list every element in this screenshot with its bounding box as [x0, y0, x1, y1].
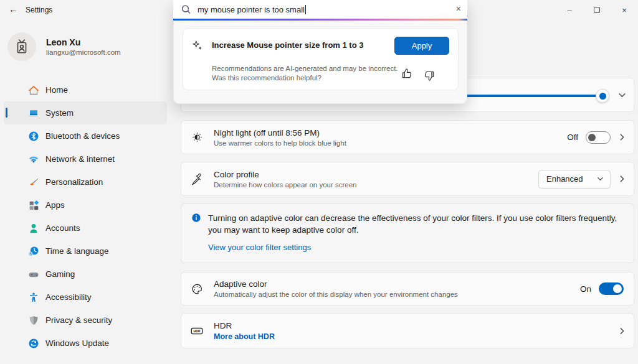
settings-window: ← Settings – × Leon Xu liangxu@microsoft… — [0, 0, 638, 364]
chevron-right-icon[interactable] — [618, 327, 626, 335]
user-email: liangxu@microsoft.com — [46, 49, 121, 56]
chevron-right-icon[interactable] — [618, 175, 626, 183]
time-language-icon — [27, 245, 39, 257]
toggle-knob — [613, 284, 622, 293]
search-bar[interactable]: my mouse pointer is too small × — [173, 0, 467, 19]
hdr-title: HDR — [214, 321, 275, 330]
badge-icon — [14, 39, 30, 55]
adaptive-color-toggle[interactable] — [599, 282, 624, 295]
thumbs-down-icon[interactable] — [423, 70, 436, 82]
hdr-icon: HDR — [190, 324, 204, 338]
sidebar-item-system[interactable]: System — [4, 101, 167, 124]
eyedropper-icon — [190, 172, 204, 186]
recommendation-card: Increase Mouse pointer size from 1 to 3 … — [183, 28, 459, 90]
sidebar-nav: Home System Bluetooth & devices Network … — [4, 78, 167, 355]
color-profile-row[interactable]: Color profile Determine how colors appea… — [181, 162, 634, 196]
accounts-icon — [27, 222, 39, 234]
palette-icon — [190, 282, 204, 296]
recommendation-disclaimer: Recommendations are AI-generated and may… — [212, 64, 411, 83]
chevron-down-icon — [597, 175, 604, 182]
network-icon — [27, 153, 39, 165]
search-gradient-underline — [173, 19, 467, 21]
sidebar-item-apps[interactable]: Apps — [4, 194, 167, 217]
sidebar-label: Accessibility — [45, 292, 92, 302]
hdr-row[interactable]: HDR HDR More about HDR — [181, 313, 634, 348]
sidebar-item-gaming[interactable]: Gaming — [4, 263, 167, 286]
user-profile[interactable]: Leon Xu liangxu@microsoft.com — [7, 32, 121, 61]
sidebar-label: Privacy & security — [45, 315, 112, 325]
maximize-icon — [594, 7, 600, 13]
gaming-icon — [27, 268, 39, 280]
apps-icon — [27, 199, 39, 211]
svg-text:HDR: HDR — [193, 329, 200, 333]
brightness-slider-thumb[interactable] — [596, 89, 609, 103]
adaptive-color-notice: Turning on adaptive color can decrease t… — [181, 203, 634, 263]
dropdown-value: Enhanced — [546, 174, 583, 184]
sidebar-label: Windows Update — [45, 338, 109, 348]
sidebar-item-network-internet[interactable]: Network & internet — [4, 147, 167, 170]
sidebar-label: Apps — [45, 200, 65, 210]
thumbs-up-icon[interactable] — [401, 67, 413, 80]
sidebar-label: System — [45, 108, 74, 118]
avatar — [7, 32, 36, 61]
back-button[interactable]: ← — [9, 4, 18, 14]
close-button[interactable]: × — [611, 0, 638, 20]
color-filter-settings-link[interactable]: View your color filter settings — [208, 243, 311, 252]
sidebar-item-personalization[interactable]: Personalization — [4, 170, 167, 194]
color-profile-subtitle: Determine how colors appear on your scre… — [214, 181, 356, 189]
night-light-subtitle: Use warmer colors to help block blue lig… — [214, 139, 346, 147]
notice-text: Turning on adaptive color can decrease t… — [208, 212, 619, 236]
maximize-button[interactable] — [583, 0, 611, 20]
info-icon — [191, 213, 201, 223]
system-icon — [27, 107, 39, 119]
ai-sparkle-icon — [192, 40, 203, 51]
minimize-button[interactable]: – — [556, 0, 583, 20]
toggle-knob — [588, 134, 596, 141]
sidebar-item-time-language[interactable]: Time & language — [4, 240, 167, 263]
night-light-icon — [190, 131, 204, 144]
sidebar-label: Network & internet — [45, 154, 115, 164]
windows-update-icon — [27, 337, 39, 349]
text-caret — [305, 5, 306, 14]
adaptive-color-toggle-label: On — [580, 284, 591, 294]
sidebar-label: Time & language — [45, 246, 109, 256]
chevron-right-icon[interactable] — [618, 133, 626, 141]
more-about-hdr-link[interactable]: More about HDR — [214, 332, 275, 341]
privacy-security-icon — [27, 314, 39, 326]
bluetooth-icon — [27, 130, 39, 142]
search-icon — [181, 4, 191, 15]
adaptive-color-row: Adaptive color Automatically adjust the … — [181, 272, 634, 306]
sidebar-label: Accounts — [45, 223, 80, 233]
accessibility-icon — [27, 291, 39, 303]
color-profile-title: Color profile — [214, 170, 356, 179]
window-title: Settings — [26, 6, 52, 14]
night-light-title: Night light (off until 8:56 PM) — [214, 128, 346, 138]
night-light-toggle-label: Off — [567, 133, 578, 142]
sidebar-item-home[interactable]: Home — [4, 78, 167, 101]
apply-button[interactable]: Apply — [394, 37, 449, 55]
search-input[interactable]: my mouse pointer is too small — [198, 5, 305, 14]
chevron-down-icon[interactable] — [618, 91, 626, 99]
adaptive-color-subtitle: Automatically adjust the color of this d… — [214, 291, 458, 298]
recommendation-title: Increase Mouse pointer size from 1 to 3 — [212, 40, 363, 50]
search-close-icon[interactable]: × — [456, 4, 461, 14]
sidebar-item-accessibility[interactable]: Accessibility — [4, 286, 167, 309]
sidebar-label: Bluetooth & devices — [45, 131, 120, 141]
slider-thumb-dot — [599, 93, 606, 100]
night-light-toggle[interactable] — [586, 131, 611, 144]
user-name: Leon Xu — [46, 37, 121, 47]
color-profile-dropdown[interactable]: Enhanced — [538, 170, 611, 189]
window-controls: – × — [556, 0, 638, 20]
sidebar-label: Gaming — [45, 269, 75, 279]
sidebar-item-privacy-security[interactable]: Privacy & security — [4, 309, 167, 332]
sidebar-item-accounts[interactable]: Accounts — [4, 217, 167, 240]
home-icon — [27, 84, 39, 96]
search-results-panel: Increase Mouse pointer size from 1 to 3 … — [173, 21, 467, 104]
personalization-icon — [27, 176, 39, 188]
sidebar-item-windows-update[interactable]: Windows Update — [4, 332, 167, 355]
sidebar-item-bluetooth-devices[interactable]: Bluetooth & devices — [4, 124, 167, 147]
sidebar-label: Personalization — [45, 177, 103, 187]
adaptive-color-title: Adaptive color — [214, 279, 458, 289]
sidebar-label: Home — [45, 85, 68, 95]
night-light-row[interactable]: Night light (off until 8:56 PM) Use warm… — [181, 120, 634, 154]
